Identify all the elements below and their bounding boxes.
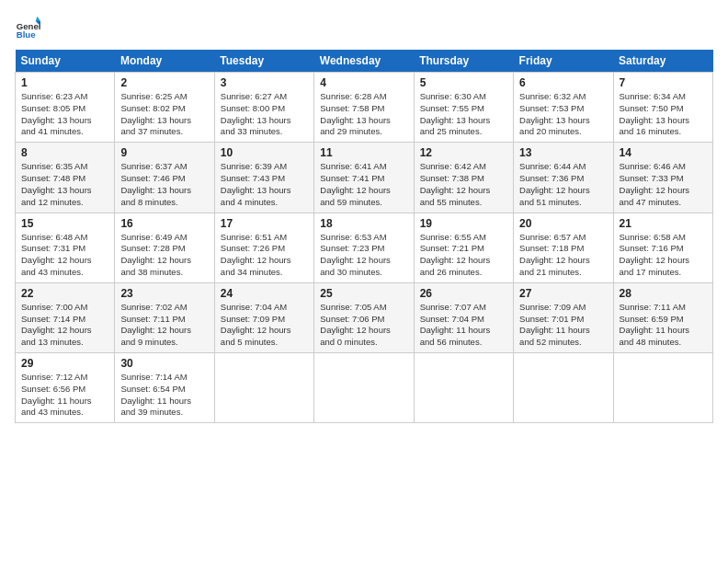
day-number: 9 — [120, 146, 208, 159]
day-number: 6 — [519, 76, 607, 89]
day-number: 23 — [120, 287, 208, 300]
calendar-day-cell: 27Sunrise: 7:09 AMSunset: 7:01 PMDayligh… — [514, 282, 613, 352]
day-info: Sunrise: 6:23 AMSunset: 8:05 PMDaylight:… — [21, 91, 108, 138]
day-number: 21 — [620, 217, 707, 230]
calendar-day-cell — [613, 353, 712, 423]
day-number: 18 — [320, 217, 407, 230]
day-number: 1 — [21, 76, 108, 89]
calendar-week-row: 1Sunrise: 6:23 AMSunset: 8:05 PMDaylight… — [16, 73, 713, 143]
day-number: 16 — [120, 217, 208, 230]
calendar-week-row: 29Sunrise: 7:12 AMSunset: 6:56 PMDayligh… — [16, 353, 713, 423]
day-number: 24 — [221, 287, 308, 300]
calendar-week-row: 8Sunrise: 6:35 AMSunset: 7:48 PMDaylight… — [16, 143, 713, 213]
day-number: 11 — [320, 146, 407, 159]
day-number: 19 — [420, 217, 507, 230]
calendar-day-cell: 1Sunrise: 6:23 AMSunset: 8:05 PMDaylight… — [16, 73, 115, 143]
day-number: 2 — [120, 76, 208, 89]
day-number: 3 — [221, 76, 308, 89]
day-info: Sunrise: 7:02 AMSunset: 7:11 PMDaylight:… — [120, 302, 208, 349]
calendar-day-cell: 21Sunrise: 6:58 AMSunset: 7:16 PMDayligh… — [613, 213, 712, 282]
calendar-day-cell: 7Sunrise: 6:34 AMSunset: 7:50 PMDaylight… — [613, 73, 712, 143]
day-info: Sunrise: 7:14 AMSunset: 6:54 PMDaylight:… — [120, 372, 208, 419]
calendar-day-cell: 20Sunrise: 6:57 AMSunset: 7:18 PMDayligh… — [514, 213, 613, 282]
calendar-day-cell: 3Sunrise: 6:27 AMSunset: 8:00 PMDaylight… — [214, 73, 313, 143]
day-number: 22 — [21, 287, 108, 300]
calendar-day-cell: 10Sunrise: 6:39 AMSunset: 7:43 PMDayligh… — [214, 143, 313, 213]
day-info: Sunrise: 6:49 AMSunset: 7:28 PMDaylight:… — [120, 232, 208, 279]
day-number: 27 — [519, 287, 607, 300]
weekday-header-cell: Sunday — [16, 50, 115, 73]
day-info: Sunrise: 6:35 AMSunset: 7:48 PMDaylight:… — [21, 161, 108, 208]
day-info: Sunrise: 7:11 AMSunset: 6:59 PMDaylight:… — [620, 302, 707, 349]
page-container: General Blue SundayMondayTuesdayWednesda… — [0, 0, 728, 431]
day-info: Sunrise: 6:30 AMSunset: 7:55 PMDaylight:… — [420, 91, 507, 138]
logo-icon: General Blue — [15, 15, 40, 40]
day-info: Sunrise: 6:39 AMSunset: 7:43 PMDaylight:… — [221, 161, 308, 208]
day-number: 26 — [420, 287, 507, 300]
svg-marker-2 — [36, 17, 40, 21]
calendar-day-cell: 19Sunrise: 6:55 AMSunset: 7:21 PMDayligh… — [414, 213, 513, 282]
day-info: Sunrise: 6:55 AMSunset: 7:21 PMDaylight:… — [420, 232, 507, 279]
day-info: Sunrise: 6:51 AMSunset: 7:26 PMDaylight:… — [221, 232, 308, 279]
calendar-day-cell — [414, 353, 513, 423]
day-number: 14 — [620, 146, 707, 159]
calendar-day-cell — [514, 353, 613, 423]
day-number: 12 — [420, 146, 507, 159]
weekday-header-cell: Wednesday — [314, 50, 414, 73]
weekday-header-cell: Saturday — [613, 50, 712, 73]
calendar-day-cell: 9Sunrise: 6:37 AMSunset: 7:46 PMDaylight… — [115, 143, 214, 213]
calendar-day-cell: 25Sunrise: 7:05 AMSunset: 7:06 PMDayligh… — [314, 282, 414, 352]
day-info: Sunrise: 6:32 AMSunset: 7:53 PMDaylight:… — [519, 91, 607, 138]
calendar-day-cell: 23Sunrise: 7:02 AMSunset: 7:11 PMDayligh… — [115, 282, 214, 352]
calendar-day-cell: 18Sunrise: 6:53 AMSunset: 7:23 PMDayligh… — [314, 213, 414, 282]
calendar-week-row: 15Sunrise: 6:48 AMSunset: 7:31 PMDayligh… — [16, 213, 713, 282]
calendar-day-cell: 11Sunrise: 6:41 AMSunset: 7:41 PMDayligh… — [314, 143, 414, 213]
day-info: Sunrise: 6:42 AMSunset: 7:38 PMDaylight:… — [420, 161, 507, 208]
logo: General Blue — [15, 15, 40, 40]
calendar-day-cell: 22Sunrise: 7:00 AMSunset: 7:14 PMDayligh… — [16, 282, 115, 352]
day-info: Sunrise: 7:07 AMSunset: 7:04 PMDaylight:… — [420, 302, 507, 349]
calendar-day-cell: 2Sunrise: 6:25 AMSunset: 8:02 PMDaylight… — [115, 73, 214, 143]
day-number: 17 — [221, 217, 308, 230]
svg-text:Blue: Blue — [17, 29, 36, 40]
day-number: 25 — [320, 287, 407, 300]
weekday-header-cell: Monday — [115, 50, 214, 73]
calendar-day-cell: 4Sunrise: 6:28 AMSunset: 7:58 PMDaylight… — [314, 73, 414, 143]
calendar-day-cell: 14Sunrise: 6:46 AMSunset: 7:33 PMDayligh… — [613, 143, 712, 213]
day-info: Sunrise: 6:37 AMSunset: 7:46 PMDaylight:… — [120, 161, 208, 208]
day-number: 8 — [21, 146, 108, 159]
calendar-day-cell — [314, 353, 414, 423]
day-info: Sunrise: 6:48 AMSunset: 7:31 PMDaylight:… — [21, 232, 108, 279]
day-number: 13 — [519, 146, 607, 159]
calendar-day-cell: 6Sunrise: 6:32 AMSunset: 7:53 PMDaylight… — [514, 73, 613, 143]
weekday-header-cell: Friday — [514, 50, 613, 73]
day-number: 15 — [21, 217, 108, 230]
day-info: Sunrise: 6:27 AMSunset: 8:00 PMDaylight:… — [221, 91, 308, 138]
calendar-day-cell: 15Sunrise: 6:48 AMSunset: 7:31 PMDayligh… — [16, 213, 115, 282]
calendar-day-cell: 16Sunrise: 6:49 AMSunset: 7:28 PMDayligh… — [115, 213, 214, 282]
page-header: General Blue — [15, 15, 713, 40]
day-info: Sunrise: 6:34 AMSunset: 7:50 PMDaylight:… — [620, 91, 707, 138]
day-info: Sunrise: 7:12 AMSunset: 6:56 PMDaylight:… — [21, 372, 108, 419]
calendar-day-cell: 8Sunrise: 6:35 AMSunset: 7:48 PMDaylight… — [16, 143, 115, 213]
day-info: Sunrise: 7:09 AMSunset: 7:01 PMDaylight:… — [519, 302, 607, 349]
day-number: 29 — [21, 357, 108, 370]
day-number: 4 — [320, 76, 407, 89]
weekday-header-cell: Thursday — [414, 50, 513, 73]
day-number: 7 — [620, 76, 707, 89]
calendar-body: 1Sunrise: 6:23 AMSunset: 8:05 PMDaylight… — [16, 73, 713, 423]
day-info: Sunrise: 6:44 AMSunset: 7:36 PMDaylight:… — [519, 161, 607, 208]
day-number: 30 — [120, 357, 208, 370]
day-info: Sunrise: 7:05 AMSunset: 7:06 PMDaylight:… — [320, 302, 407, 349]
day-info: Sunrise: 7:00 AMSunset: 7:14 PMDaylight:… — [21, 302, 108, 349]
calendar-day-cell: 17Sunrise: 6:51 AMSunset: 7:26 PMDayligh… — [214, 213, 313, 282]
day-info: Sunrise: 6:57 AMSunset: 7:18 PMDaylight:… — [519, 232, 607, 279]
calendar-day-cell: 30Sunrise: 7:14 AMSunset: 6:54 PMDayligh… — [115, 353, 214, 423]
weekday-header-cell: Tuesday — [214, 50, 313, 73]
day-number: 10 — [221, 146, 308, 159]
day-info: Sunrise: 6:41 AMSunset: 7:41 PMDaylight:… — [320, 161, 407, 208]
calendar-day-cell — [214, 353, 313, 423]
calendar-week-row: 22Sunrise: 7:00 AMSunset: 7:14 PMDayligh… — [16, 282, 713, 352]
day-info: Sunrise: 6:28 AMSunset: 7:58 PMDaylight:… — [320, 91, 407, 138]
calendar-day-cell: 5Sunrise: 6:30 AMSunset: 7:55 PMDaylight… — [414, 73, 513, 143]
